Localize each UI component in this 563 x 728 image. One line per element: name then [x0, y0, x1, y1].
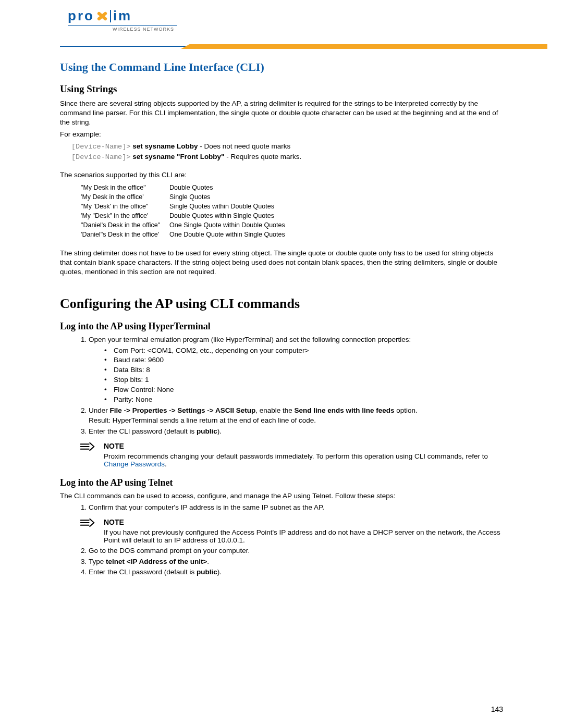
table-row: "Daniel's Desk in the office"One Single …	[81, 220, 295, 230]
ex2-cmd: set sysname "Front Lobby"	[132, 153, 224, 161]
scenarios-label: The scenarios supported by this CLI are:	[60, 171, 503, 179]
using-strings-closing: The string delimiter does not have to be…	[60, 249, 503, 277]
brand-x-icon	[96, 10, 108, 22]
table-row: "My 'Desk' in the office"Single Quotes w…	[81, 202, 295, 211]
ex1-prompt: [Device-Name]>	[71, 143, 130, 151]
table-row: 'My "Desk" in the office'Double Quotes w…	[81, 211, 295, 220]
note-label: NOTE	[104, 518, 503, 526]
page-number: 143	[491, 705, 503, 713]
string-examples: [Device-Name]> set sysname Lobby - Does …	[71, 141, 503, 163]
brand-tagline: WIRELESS NETWORKS	[68, 25, 177, 32]
list-item: Enter the CLI password (default is publi…	[89, 567, 503, 577]
table-row: "My Desk in the office"Double Quotes	[81, 183, 295, 192]
ex1-cmd: set sysname Lobby	[132, 142, 198, 150]
change-passwords-link[interactable]: Change Passwords	[104, 460, 165, 468]
telnet-steps-2: Go to the DOS command prompt on your com…	[65, 546, 503, 578]
hyper-bullets: Com Port: <COM1, COM2, etc., depending o…	[89, 346, 503, 405]
table-row: 'My Desk in the office'Single Quotes	[81, 192, 295, 202]
note-arrow-icon	[80, 518, 96, 529]
list-item: Parity: None	[104, 395, 503, 405]
brand-divider	[110, 10, 111, 22]
telnet-note: NOTE If you have not previously configur…	[80, 518, 503, 544]
note-text: Proxim recommends changing your default …	[104, 452, 503, 468]
hyper-steps: Open your terminal emulation program (li…	[65, 335, 503, 437]
using-strings-intro: Since there are several string objects s…	[60, 99, 503, 128]
configuring-heading: Configuring the AP using CLI commands	[60, 296, 503, 312]
list-item: Open your terminal emulation program (li…	[89, 335, 503, 405]
for-example-label: For example:	[60, 130, 503, 139]
list-item: Baud rate: 9600	[104, 355, 503, 365]
list-item: Under File -> Properties -> Settings -> …	[89, 406, 503, 426]
using-strings-heading: Using Strings	[60, 83, 503, 95]
telnet-steps: Confirm that your computer's IP address …	[65, 503, 503, 513]
ex2-prompt: [Device-Name]>	[71, 153, 130, 161]
section-title: Using the Command Line Interface (CLI)	[60, 60, 503, 74]
header-rule	[60, 45, 547, 48]
note-label: NOTE	[104, 442, 503, 450]
table-row: 'Daniel"s Desk in the office'One Double …	[81, 230, 295, 239]
note-arrow-icon	[80, 442, 96, 453]
telnet-heading: Log into the AP using Telnet	[60, 477, 503, 488]
brand-text-right: im	[113, 8, 132, 24]
ex1-note: - Does not need quote marks	[200, 142, 290, 150]
list-item: Confirm that your computer's IP address …	[89, 503, 503, 513]
hyper-heading: Log into the AP using HyperTerminal	[60, 321, 503, 332]
list-item: Stop bits: 1	[104, 375, 503, 385]
ex2-note: - Requires quote marks.	[226, 153, 301, 161]
brand-logo: pro im WIRELESS NETWORKS	[68, 8, 177, 36]
list-item: Enter the CLI password (default is publi…	[89, 427, 503, 437]
brand-text-left: pro	[68, 8, 94, 24]
list-item: Com Port: <COM1, COM2, etc., depending o…	[104, 346, 503, 356]
list-item: Flow Control: None	[104, 385, 503, 395]
page-header: pro im WIRELESS NETWORKS	[0, 0, 563, 45]
telnet-intro: The CLI commands can be used to access, …	[60, 491, 503, 501]
list-item: Go to the DOS command prompt on your com…	[89, 546, 503, 556]
list-item: Type telnet <IP Address of the unit>.	[89, 557, 503, 567]
scenarios-table: "My Desk in the office"Double Quotes 'My…	[81, 183, 295, 239]
note-text: If you have not previously configured th…	[104, 528, 503, 544]
list-item: Data Bits: 8	[104, 365, 503, 375]
page-content: Using the Command Line Interface (CLI) U…	[0, 48, 563, 599]
hyper-note: NOTE Proxim recommends changing your def…	[80, 442, 503, 468]
step2-result: Result: HyperTerminal sends a line retur…	[89, 416, 503, 426]
